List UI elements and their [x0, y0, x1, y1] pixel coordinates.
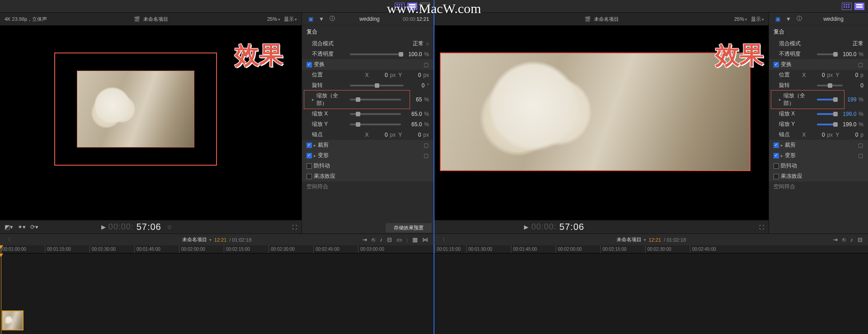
rotation-slider[interactable]: [817, 85, 843, 86]
scale-y-label: 缩放 Y: [307, 120, 345, 128]
timeline-project-dropdown[interactable]: 未命名项目 ▾: [182, 236, 212, 243]
rotation-value[interactable]: 0: [408, 82, 425, 89]
tool-crop-icon[interactable]: ◩▾: [5, 224, 13, 230]
audio-skim-icon[interactable]: ⎋: [842, 236, 846, 243]
distort-reset-icon[interactable]: ▢: [857, 153, 863, 159]
layout-button-1[interactable]: [395, 3, 405, 10]
play-icon[interactable]: ▶: [101, 224, 106, 230]
distort-checkbox[interactable]: [774, 153, 779, 158]
effects-browser-icon[interactable]: ▦: [412, 236, 418, 243]
skimming-icon[interactable]: ⇥: [362, 236, 367, 243]
scale-x-slider[interactable]: [350, 113, 401, 115]
opacity-value[interactable]: 100.0: [406, 51, 422, 57]
display-dropdown[interactable]: 显示▾: [751, 16, 764, 23]
left-timeline-body[interactable]: [0, 253, 434, 334]
anchor-x-value[interactable]: 0: [372, 132, 388, 138]
pos-y-value[interactable]: 0: [842, 72, 858, 78]
distort-checkbox[interactable]: [307, 153, 312, 158]
anchor-x-value[interactable]: 0: [809, 132, 825, 138]
crop-reset-icon[interactable]: ▢: [857, 142, 863, 148]
inspector-tab-video-icon[interactable]: ▣: [307, 15, 315, 23]
blend-mode-select[interactable]: 正常: [853, 40, 863, 48]
crop-checkbox[interactable]: [774, 143, 779, 148]
solo-icon[interactable]: ♪: [850, 236, 854, 243]
inspector-tab-video-icon[interactable]: ▣: [774, 15, 782, 23]
index-icon[interactable]: ▭: [396, 236, 402, 243]
pos-x-value[interactable]: 0: [809, 72, 825, 78]
transform-reset-icon[interactable]: ▢: [857, 62, 863, 68]
rolling-checkbox[interactable]: [307, 174, 312, 179]
fullscreen-icon[interactable]: ⛶: [759, 224, 764, 230]
rotation-slider[interactable]: [350, 85, 404, 86]
loop-icon[interactable]: ⎚: [168, 224, 171, 230]
zoom-dropdown[interactable]: 25%▾: [267, 16, 280, 22]
scale-x-value[interactable]: 65.0: [406, 111, 422, 117]
layout-button-2[interactable]: [854, 3, 864, 10]
fullscreen-icon[interactable]: ⛶: [292, 224, 297, 230]
rolling-checkbox[interactable]: [774, 174, 779, 179]
anchor-y-value[interactable]: 0: [842, 132, 858, 138]
transform-reset-icon[interactable]: ▢: [423, 62, 429, 68]
layout-button-1[interactable]: [842, 3, 852, 10]
right-canvas[interactable]: 效果: [434, 25, 769, 220]
left-ruler[interactable]: 00:01:00:00 00:01:15:00 00:01:30:00 00:0…: [0, 245, 434, 253]
left-viewer-header: 4K 23.98p，立体声 🎬 未命名项目 25%▾ 显示▾: [0, 13, 302, 25]
snap-icon[interactable]: ⊟: [387, 236, 392, 243]
play-icon[interactable]: ▶: [524, 224, 528, 230]
save-preset-button[interactable]: 存储效果预置: [386, 223, 432, 233]
stabilize-checkbox[interactable]: [774, 163, 779, 169]
scale-x-value[interactable]: 199.0: [840, 111, 856, 117]
playhead[interactable]: [1, 245, 1, 253]
inspector-tab-color-icon[interactable]: ▼: [784, 15, 793, 23]
display-dropdown[interactable]: 显示▾: [284, 16, 297, 23]
zoom-dropdown[interactable]: 25%▾: [734, 16, 747, 22]
nav-prev-icon[interactable]: 〈: [5, 236, 10, 243]
scale-all-value[interactable]: 65: [406, 96, 422, 103]
scale-y-value[interactable]: 65.0: [406, 121, 422, 128]
transform-checkbox[interactable]: [774, 62, 779, 67]
audio-skim-icon[interactable]: ⎋: [372, 236, 375, 243]
anchor-y-value[interactable]: 0: [405, 132, 421, 138]
pos-y-value[interactable]: 0: [405, 72, 421, 78]
blend-mode-select[interactable]: 正常 ◇: [413, 40, 429, 48]
rotation-value[interactable]: 0: [847, 82, 863, 89]
pos-x-value[interactable]: 0: [372, 72, 388, 78]
playhead-line[interactable]: [1, 253, 1, 334]
scale-all-slider[interactable]: [350, 99, 401, 100]
inspector-tab-info-icon[interactable]: ⓘ: [328, 15, 336, 23]
opacity-value[interactable]: 100.0: [840, 51, 856, 57]
crop-checkbox[interactable]: [307, 143, 312, 148]
clip-thumbnail[interactable]: [2, 310, 24, 330]
left-canvas[interactable]: 效果: [0, 25, 302, 220]
snap-icon[interactable]: ⊟: [858, 236, 863, 243]
skimming-icon[interactable]: ⇥: [833, 236, 838, 243]
tool-retime-icon[interactable]: ⟳▾: [30, 224, 38, 230]
stabilize-checkbox[interactable]: [307, 163, 312, 169]
inspector-tab-info-icon[interactable]: ⓘ: [795, 15, 803, 23]
transitions-icon[interactable]: ⋈: [422, 236, 428, 243]
opacity-slider[interactable]: [350, 53, 401, 55]
timeline-project-dropdown[interactable]: 未命名项目 ▾: [617, 236, 646, 243]
right-timeline-body[interactable]: [434, 253, 868, 334]
ruler-tick: 00:02:45:00: [690, 245, 735, 253]
tool-enhance-icon[interactable]: ✦▾: [18, 224, 26, 230]
solo-icon[interactable]: ♪: [380, 236, 383, 243]
right-ruler[interactable]: 00:01:15:00 00:01:30:00 00:01:45:00 00:0…: [434, 245, 868, 253]
nav-prev-icon[interactable]: 〈: [440, 236, 445, 243]
distort-reset-icon[interactable]: ▢: [423, 153, 429, 159]
scale-all-value[interactable]: 199: [840, 96, 856, 103]
opacity-slider[interactable]: [817, 53, 835, 55]
scale-y-value[interactable]: 199.0: [840, 121, 856, 128]
transform-checkbox[interactable]: [307, 62, 312, 67]
layout-button-2[interactable]: [407, 3, 417, 10]
scale-y-slider[interactable]: [817, 124, 835, 125]
layout-button-3[interactable]: [420, 3, 430, 10]
ruler-tick: 00:01:30:00: [466, 245, 511, 253]
crop-reset-icon[interactable]: ▢: [423, 142, 429, 148]
blend-mode-label: 混合模式: [307, 40, 345, 48]
inspector-timecode: 00:00:12:21: [403, 16, 429, 22]
inspector-tab-color-icon[interactable]: ▼: [317, 15, 326, 23]
scale-all-slider[interactable]: [817, 99, 835, 100]
scale-x-slider[interactable]: [817, 113, 835, 115]
scale-y-slider[interactable]: [350, 124, 401, 125]
